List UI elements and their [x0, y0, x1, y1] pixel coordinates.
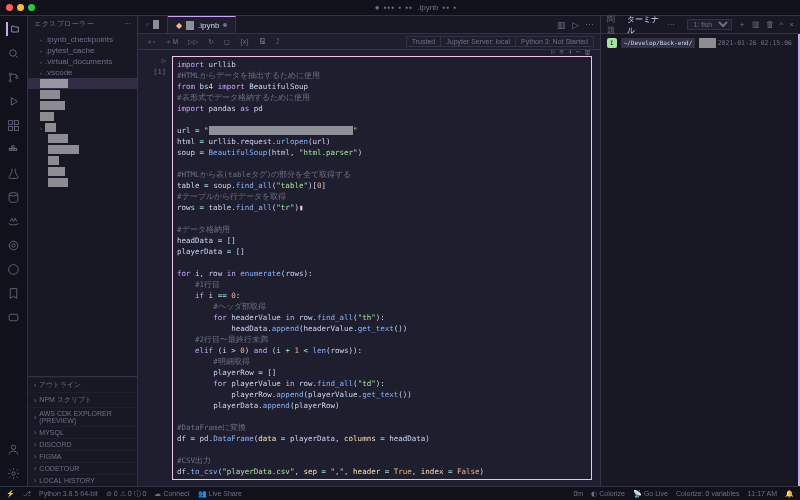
jupyter-server-badge[interactable]: Jupyter Server: local	[441, 36, 516, 47]
close-icon[interactable]	[6, 4, 13, 11]
explorer-icon[interactable]	[6, 22, 20, 36]
status-time[interactable]: 0m	[573, 490, 583, 497]
problems-status[interactable]: ⊘ 0 ⚠ 0 ⓘ 0	[106, 489, 147, 499]
split-terminal-icon[interactable]: ▥	[752, 20, 760, 29]
run-all-icon[interactable]: ▷	[572, 20, 579, 30]
svg-rect-11	[12, 145, 14, 147]
split-editor-icon[interactable]: ▥	[557, 20, 566, 30]
remote-icon[interactable]: ⚡	[6, 490, 15, 498]
restart-icon[interactable]: ↻	[206, 38, 216, 46]
run-icon[interactable]: ▷▷	[186, 38, 200, 46]
new-terminal-icon[interactable]: ＋	[738, 19, 746, 30]
tree-file[interactable]: ▪▪▪▪▪	[28, 111, 137, 122]
panel-tab-terminal[interactable]: ターミナル	[627, 14, 661, 36]
aws-connect[interactable]: ☁ Connect	[154, 490, 189, 498]
variables-icon[interactable]: {x}	[238, 38, 250, 45]
maximize-panel-icon[interactable]: ^	[780, 20, 784, 29]
tree-folder[interactable]: ›.pytest_cache	[28, 45, 137, 56]
window-controls	[6, 4, 35, 11]
export-icon[interactable]: ⤴	[274, 38, 282, 45]
status-colorize-vars[interactable]: Colorize: 0 variables	[676, 490, 739, 497]
tree-file[interactable]: ›▪▪▪▪	[28, 122, 137, 133]
live-share[interactable]: 👥 Live Share	[198, 490, 242, 498]
section-npm[interactable]: ›NPM スクリプト	[28, 392, 137, 407]
python-interpreter[interactable]: Python 3.8.5 64-bit	[39, 490, 98, 497]
section-localhistory[interactable]: ›LOCAL HISTORY	[28, 474, 137, 486]
kill-terminal-icon[interactable]: 🗑	[766, 20, 774, 29]
cell-split-icon[interactable]: ⫞	[568, 50, 572, 58]
code-cell[interactable]: ▷ [1] ▷ ≡ ⫞ ⋯ 🗑 import urllib #HTMLからデータ…	[142, 56, 592, 480]
notebook-editor[interactable]: ▷ [1] ▷ ≡ ⫞ ⋯ 🗑 import urllib #HTMLからデータ…	[138, 50, 600, 486]
aws-icon[interactable]	[7, 214, 21, 228]
maximize-icon[interactable]	[28, 4, 35, 11]
section-codetour[interactable]: ›CODETOUR	[28, 462, 137, 474]
discord-icon[interactable]	[7, 310, 21, 324]
svg-point-13	[9, 241, 18, 250]
debug-icon[interactable]	[7, 94, 21, 108]
tree-file[interactable]: ▪▪▪▪▪▪▪▪▪▪	[28, 78, 137, 89]
add-cell-icon[interactable]: ＋▫	[144, 37, 157, 47]
cell-more-icon[interactable]: ⋯	[576, 50, 580, 58]
section-mysql[interactable]: ›MYSQL	[28, 426, 137, 438]
svg-point-1	[9, 73, 11, 75]
status-golive[interactable]: 📡 Go Live	[633, 490, 668, 498]
tree-folder[interactable]: ›.ipynb_checkpoints	[28, 34, 137, 45]
save-icon[interactable]: 🖫	[257, 38, 268, 45]
tree-file[interactable]: ▪▪▪ ▪▪▪▪▪	[28, 100, 137, 111]
section-discord[interactable]: ›DISCORD	[28, 438, 137, 450]
terminal-select[interactable]: 1: fish	[687, 19, 732, 30]
svg-rect-16	[9, 314, 18, 321]
svg-point-17	[11, 445, 15, 449]
section-outline[interactable]: ›アウトライン	[28, 377, 137, 392]
tree-folder[interactable]: ›.vscode	[28, 67, 137, 78]
search-icon[interactable]	[7, 46, 21, 60]
close-panel-icon[interactable]: ×	[789, 20, 794, 29]
add-markdown-icon[interactable]: ＋M	[163, 37, 180, 47]
run-cell-icon[interactable]: ▷	[142, 56, 166, 67]
window-title: ● ▪▪▪ ▪ ▪▪ .ipynb ▪▪ ▪	[38, 3, 794, 12]
trusted-badge[interactable]: Trusted	[406, 36, 441, 47]
more-actions-icon[interactable]: ⋯	[585, 20, 594, 30]
settings-icon[interactable]	[7, 466, 21, 480]
tree-folder[interactable]: ›.virtual_documents	[28, 56, 137, 67]
cell-run-icon[interactable]: ▷	[551, 50, 555, 58]
source-control-icon[interactable]	[7, 70, 21, 84]
tree-file[interactable]: ▪▪▪▪▪▪▪	[28, 133, 137, 144]
section-aws[interactable]: ›AWS CDK EXPLORER (PREVIEW)	[28, 407, 137, 426]
file-tree: ›.ipynb_checkpoints ›.pytest_cache ›.vir…	[28, 32, 137, 376]
svg-rect-5	[15, 120, 19, 124]
cell-toolbar: ▷ ≡ ⫞ ⋯ 🗑	[551, 50, 591, 58]
explorer-sidebar: エクスプローラー⋯ ›.ipynb_checkpoints ›.pytest_c…	[28, 16, 138, 486]
terminal-panel: 問題 ターミナル ⋯ 1: fish ＋ ▥ 🗑 ^ × 2021-01-26 …	[600, 16, 800, 486]
panel-tab-problems[interactable]: 問題	[607, 14, 621, 36]
cell-line-by-line-icon[interactable]: ≡	[560, 50, 564, 58]
bookmark-icon[interactable]	[7, 286, 21, 300]
tree-file[interactable]: ▪▪▪▪▪▪▪	[28, 89, 137, 100]
interrupt-icon[interactable]: ◻	[222, 38, 232, 46]
status-colorize[interactable]: ◐ Colorize	[591, 490, 625, 498]
minimize-icon[interactable]	[17, 4, 24, 11]
more-icon[interactable]: ⋯	[124, 20, 132, 28]
jupyter-icon[interactable]	[7, 238, 21, 252]
cell-delete-icon[interactable]: 🗑	[584, 50, 591, 58]
section-figma[interactable]: ›FIGMA	[28, 450, 137, 462]
kernel-badge[interactable]: Python 3: Not Started	[516, 36, 594, 47]
tab-notebook[interactable]: ◆▪▪▪.ipynb	[168, 16, 237, 33]
extensions-icon[interactable]	[7, 118, 21, 132]
prompt-cwd: ~/Develop/Back-end/	[621, 38, 696, 48]
tree-file[interactable]: ▪▪▪▪▪▪▪▪▪▪▪	[28, 144, 137, 155]
tab-previous[interactable]: ▫▪▪	[138, 16, 168, 33]
svg-rect-10	[15, 148, 17, 150]
tree-file[interactable]: ▪▪▪▪	[28, 155, 137, 166]
database-icon[interactable]	[7, 190, 21, 204]
notifications-icon[interactable]: 🔔	[785, 490, 794, 498]
test-icon[interactable]	[7, 166, 21, 180]
tree-file[interactable]: ▪▪▪▪▪▪	[28, 166, 137, 177]
prompt-badge: I	[607, 38, 617, 48]
terminal-body[interactable]: 2021-01-26 02:15:06 I ~/Develop/Back-end…	[601, 34, 800, 486]
git-branch[interactable]: ⎇	[23, 490, 31, 498]
tree-file[interactable]: ▪▪▪▪▪▪▪	[28, 177, 137, 188]
account-icon[interactable]	[7, 442, 21, 456]
docker-icon[interactable]	[7, 142, 21, 156]
github-icon[interactable]	[7, 262, 21, 276]
